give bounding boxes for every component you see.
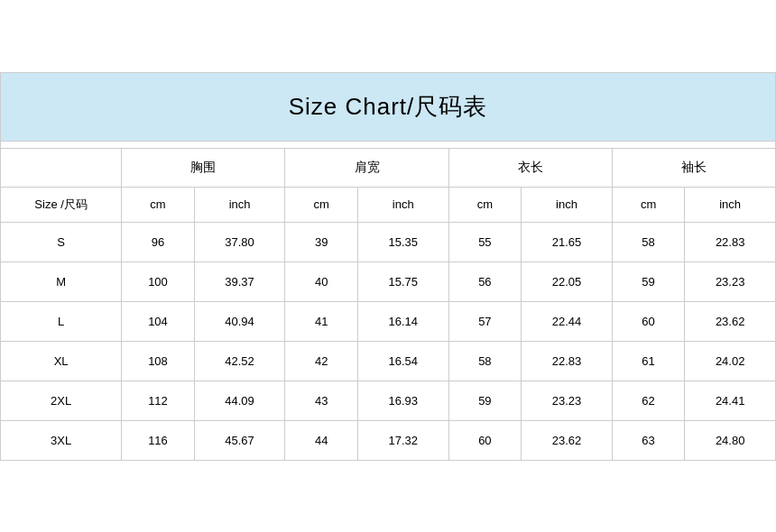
table-cell: 23.23 [685,261,776,301]
sleeve-inch-header: inch [685,187,776,222]
table-cell: 59 [612,261,685,301]
chest-group-header: 胸围 [122,148,285,187]
table-cell: 104 [122,301,195,341]
table-cell: 24.41 [685,381,776,420]
table-cell: 16.14 [357,301,448,341]
size-label-header: Size /尺码 [1,187,122,222]
shoulder-cm-header: cm [285,187,358,222]
table-cell: 44.09 [194,381,285,420]
table-cell: XL [1,341,122,381]
table-cell: 24.02 [685,341,776,381]
table-cell: 58 [448,341,522,381]
spacer-row [1,141,776,148]
table-cell: 58 [612,222,685,261]
table-cell: 15.75 [357,261,448,301]
table-cell: 61 [612,341,685,381]
table-cell: 22.83 [522,341,613,381]
group-header-row: 胸围 肩宽 衣长 袖长 [1,148,776,187]
table-cell: 42.52 [194,341,285,381]
table-cell: 41 [285,301,358,341]
chest-cm-header: cm [122,187,195,222]
table-cell: 60 [612,301,685,341]
table-cell: 23.62 [522,420,613,460]
length-group-header: 衣长 [448,148,612,187]
table-cell: 15.35 [357,222,448,261]
table-cell: 22.44 [522,301,613,341]
table-cell: 24.80 [685,420,776,460]
table-cell: 21.65 [522,222,613,261]
table-cell: 57 [448,301,522,341]
table-cell: 63 [612,420,685,460]
table-cell: 112 [122,381,195,420]
table-cell: 40 [285,261,358,301]
size-chart: Size Chart/尺码表 胸围 肩宽 衣长 袖长 Size /尺码 cm i… [0,72,776,461]
table-cell: 3XL [1,420,122,460]
table-row: L10440.944116.145722.446023.62 [1,301,776,341]
table-row: M10039.374015.755622.055923.23 [1,261,776,301]
table-cell: 43 [285,381,358,420]
table-row: 3XL11645.674417.326023.626324.80 [1,420,776,460]
table-cell: 16.54 [357,341,448,381]
table-cell: 62 [612,381,685,420]
table-cell: 17.32 [357,420,448,460]
table-cell: 116 [122,420,195,460]
table-cell: S [1,222,122,261]
table-cell: 2XL [1,381,122,420]
shoulder-inch-header: inch [357,187,448,222]
table-cell: 40.94 [194,301,285,341]
table-cell: M [1,261,122,301]
table-cell: L [1,301,122,341]
sleeve-group-header: 袖长 [612,148,775,187]
title-row: Size Chart/尺码表 [1,72,776,141]
length-cm-header: cm [448,187,522,222]
table-cell: 60 [448,420,522,460]
table-cell: 100 [122,261,195,301]
table-cell: 59 [448,381,522,420]
sleeve-cm-header: cm [612,187,685,222]
table-cell: 55 [448,222,522,261]
sub-header-row: Size /尺码 cm inch cm inch cm inch cm inch [1,187,776,222]
table-cell: 22.05 [522,261,613,301]
table-cell: 39 [285,222,358,261]
size-header-empty [1,148,122,187]
table-cell: 42 [285,341,358,381]
table-cell: 108 [122,341,195,381]
chest-inch-header: inch [194,187,285,222]
table-cell: 96 [122,222,195,261]
table-cell: 16.93 [357,381,448,420]
table-row: S9637.803915.355521.655822.83 [1,222,776,261]
table-row: XL10842.524216.545822.836124.02 [1,341,776,381]
table-cell: 56 [448,261,522,301]
chart-title: Size Chart/尺码表 [1,72,776,141]
table-cell: 39.37 [194,261,285,301]
table-row: 2XL11244.094316.935923.236224.41 [1,381,776,420]
table-cell: 23.62 [685,301,776,341]
table-cell: 37.80 [194,222,285,261]
table-cell: 23.23 [522,381,613,420]
length-inch-header: inch [522,187,613,222]
table-cell: 45.67 [194,420,285,460]
shoulder-group-header: 肩宽 [285,148,448,187]
table-cell: 22.83 [685,222,776,261]
table-cell: 44 [285,420,358,460]
